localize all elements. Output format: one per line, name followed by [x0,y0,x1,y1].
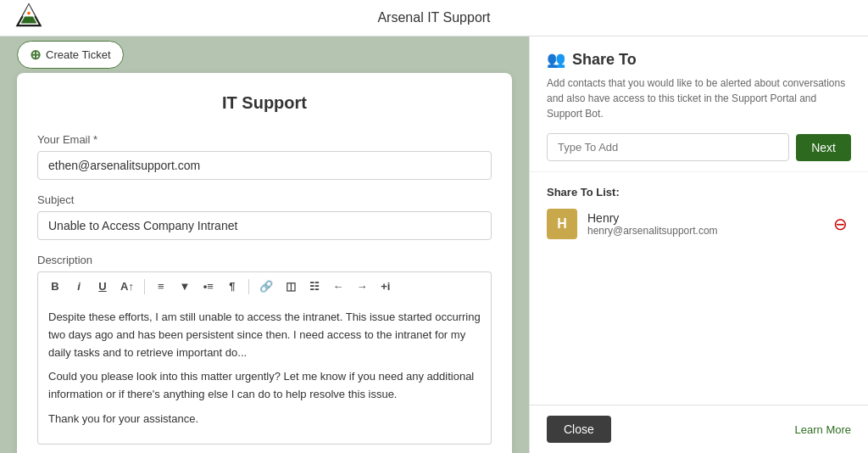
left-panel: ⊕ Create Ticket IT Support Your Email * … [0,36,529,453]
share-title-row: 👥 Share To [547,50,851,69]
toolbar: ⊕ Create Ticket [0,36,529,73]
plus-i-button[interactable]: +i [376,277,396,295]
next-button[interactable]: Next [796,134,851,161]
font-size-button[interactable]: A↑ [116,277,138,295]
email-label: Your Email * [37,133,492,146]
share-title: Share To [572,51,637,69]
contact-info: Henry henry@arsenalitsupport.com [587,211,820,237]
description-text-3: Thank you for your assistance. [48,411,481,428]
share-panel: 👥 Share To Add contacts that you would l… [529,36,868,453]
unordered-list-button[interactable]: •≡ [198,277,219,295]
list-dropdown-button[interactable]: ▼ [175,277,195,295]
create-ticket-button[interactable]: ⊕ Create Ticket [17,41,124,69]
share-description: Add contacts that you would like to be a… [547,76,851,121]
contact-avatar: H [547,209,577,239]
svg-point-3 [27,12,31,15]
minus-circle-icon: ⊖ [833,214,848,234]
description-label: Description [37,254,492,266]
share-footer: Close Learn More [530,405,868,453]
share-input[interactable] [547,133,789,161]
create-ticket-label: Create Ticket [46,48,111,61]
bold-button[interactable]: B [45,277,65,295]
app-header: Arsenal IT Support [0,0,868,36]
learn-more-link[interactable]: Learn More [795,423,851,436]
separator-1 [144,279,145,294]
editor-toolbar: B i U A↑ ≡ ▼ •≡ ¶ 🔗 ◫ ☷ ← → +i [37,271,492,300]
plus-icon: ⊕ [30,47,41,63]
arsenal-logo [14,3,44,33]
arrow-left-button[interactable]: ← [328,277,348,295]
arrow-right-button[interactable]: → [352,277,372,295]
share-list-section: Share To List: H Henry henry@arsenalitsu… [530,172,868,405]
subject-group: Subject [37,193,492,240]
logo-container [14,3,44,33]
email-input[interactable] [37,151,492,180]
italic-button[interactable]: i [69,277,89,295]
remove-contact-button[interactable]: ⊖ [830,210,851,238]
image-button[interactable]: ◫ [281,277,301,295]
description-editor[interactable]: Despite these efforts, I am still unable… [37,300,492,445]
description-text-2: Could you please look into this matter u… [48,368,481,404]
people-icon: 👥 [547,50,565,69]
ordered-list-button[interactable]: ≡ [151,277,171,295]
paragraph-button[interactable]: ¶ [222,277,242,295]
separator-2 [248,279,249,294]
share-list-item: H Henry henry@arsenalitsupport.com ⊖ [547,209,851,239]
subject-input[interactable] [37,211,492,240]
share-input-row: Next [547,133,851,161]
subject-label: Subject [37,193,492,206]
main-area: ⊕ Create Ticket IT Support Your Email * … [0,36,868,453]
header-title: Arsenal IT Support [377,10,490,25]
form-container: IT Support Your Email * Subject Descript… [17,73,512,453]
description-group: Description B i U A↑ ≡ ▼ •≡ ¶ 🔗 ◫ ☷ ← [37,254,492,445]
link-button[interactable]: 🔗 [255,277,277,295]
form-title: IT Support [37,93,492,113]
email-group: Your Email * [37,133,492,180]
share-header: 👥 Share To Add contacts that you would l… [530,36,868,172]
close-button[interactable]: Close [547,416,611,443]
underline-button[interactable]: U [92,277,113,295]
contact-name: Henry [587,211,820,225]
description-text-1: Despite these efforts, I am still unable… [48,309,481,361]
contact-email: henry@arsenalitsupport.com [587,225,820,237]
share-list-title: Share To List: [547,186,851,199]
table-button[interactable]: ☷ [304,277,325,295]
